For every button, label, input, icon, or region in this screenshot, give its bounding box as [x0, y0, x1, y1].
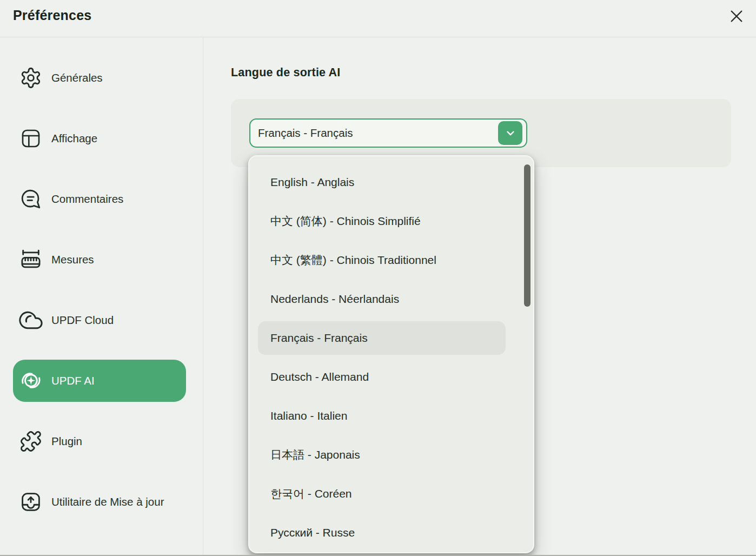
- ai-sparkle-icon: [18, 368, 44, 394]
- sidebar-item-label: Plugin: [51, 435, 82, 448]
- close-icon: [728, 8, 745, 24]
- ruler-icon: [18, 247, 44, 273]
- sidebar-item-updf-ai[interactable]: UPDF AI: [13, 350, 187, 411]
- dropdown-option-italian[interactable]: Italiano - Italien: [258, 399, 506, 433]
- language-select-value: Français - Français: [258, 127, 353, 140]
- update-tray-icon: [18, 489, 44, 515]
- sidebar-item-label: Affichage: [51, 132, 97, 145]
- sidebar-item-updf-cloud[interactable]: UPDF Cloud: [13, 290, 187, 350]
- dropdown-option-french-selected[interactable]: Français - Français: [258, 321, 506, 355]
- sidebar-item-label: Mesures: [51, 253, 94, 266]
- dropdown-scrollbar-thumb[interactable]: [524, 164, 531, 307]
- dropdown-option-german[interactable]: Deutsch - Allemand: [258, 360, 506, 394]
- chevron-down-icon: [505, 127, 516, 139]
- layout-icon: [18, 125, 44, 151]
- sidebar-item-label: UPDF Cloud: [51, 314, 114, 327]
- gear-icon: [18, 65, 44, 91]
- sidebar-item-label: UPDF AI: [51, 374, 95, 387]
- sidebar: Générales Affichage Commentaires: [0, 37, 203, 556]
- dropdown-option-russian[interactable]: Русский - Russe: [258, 516, 506, 550]
- close-button[interactable]: [727, 6, 746, 26]
- window-title: Préférences: [13, 8, 91, 23]
- sidebar-item-affichage[interactable]: Affichage: [13, 108, 187, 169]
- sidebar-item-label: Générales: [51, 71, 103, 84]
- dropdown-option-english[interactable]: English - Anglais: [258, 166, 506, 199]
- cloud-icon: [18, 307, 44, 333]
- puzzle-icon: [18, 428, 44, 454]
- language-select[interactable]: Français - Français: [249, 118, 527, 148]
- dropdown-option-dutch[interactable]: Nederlands - Néerlandais: [258, 282, 506, 316]
- sidebar-item-update-utility[interactable]: Utilitaire de Mise à jour: [13, 472, 187, 532]
- sidebar-item-label: Utilitaire de Mise à jour: [51, 495, 164, 508]
- sidebar-item-plugin[interactable]: Plugin: [13, 411, 187, 472]
- section-title: Langue de sortie AI: [231, 66, 341, 80]
- sidebar-item-generales[interactable]: Générales: [13, 48, 187, 108]
- comment-bubble-icon: [18, 186, 44, 212]
- sidebar-item-commentaires[interactable]: Commentaires: [13, 169, 187, 229]
- sidebar-item-mesures[interactable]: Mesures: [13, 229, 187, 290]
- titlebar: Préférences: [0, 0, 756, 37]
- dropdown-option-japanese[interactable]: 日本語 - Japonais: [258, 438, 506, 472]
- dropdown-option-chinese-simplified[interactable]: 中文 (简体) - Chinois Simplifié: [258, 204, 506, 238]
- dropdown-option-korean[interactable]: 한국어 - Coréen: [258, 477, 506, 511]
- select-dropdown-button[interactable]: [498, 121, 522, 145]
- dropdown-option-chinese-traditional[interactable]: 中文 (繁體) - Chinois Traditionnel: [258, 243, 506, 277]
- sidebar-item-label: Commentaires: [51, 193, 123, 206]
- language-dropdown-list: English - Anglais 中文 (简体) - Chinois Simp…: [248, 155, 534, 553]
